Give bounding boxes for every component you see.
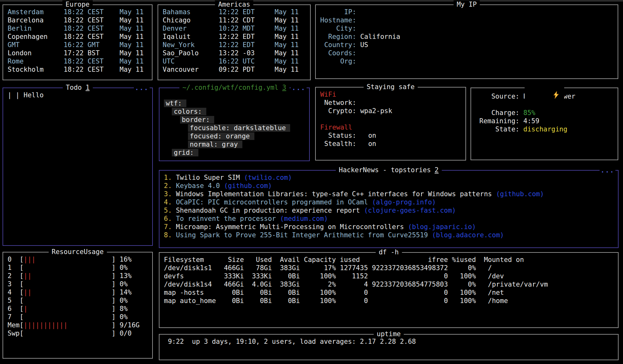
story-title: Keybase 4.0 [176,182,224,190]
ip-field-label: Hostname: [320,16,360,24]
battery-field-value: discharging [523,125,567,133]
story-domain-link: (algo-prog.info) [372,198,436,206]
panel-title-config-path: ~/.config/wtf/config.yml3 [179,83,289,92]
clock-row: Berlin 18:22 CEST May 11 [8,25,144,32]
todo-item: | | Hello [8,91,44,99]
panel-title-df: df -h [376,248,402,256]
my-ip-fields: IP: Hostname: City: Region: California C… [316,5,618,65]
meter-label: 0 [ [8,256,24,263]
meter-label: 5 [ [8,297,24,304]
meter-bars: ||| [24,256,36,263]
more-indicator: ... [134,84,150,91]
security-line: WiFi [320,91,336,98]
yaml-line: focused: orange [188,132,254,140]
clock-row: Chicago 11:22 CDT May 11 [163,16,299,24]
ip-field-label: Country: [320,41,360,49]
meter-label: 6 [ [8,305,24,312]
panel-title-uptime: uptime [374,330,404,338]
story-title: Shenandoah GC in production: experience … [176,207,364,214]
meter-bars: | [24,305,28,312]
panel-config-file-viewer[interactable]: ~/.config/wtf/config.yml3 ... wtf: color… [159,88,310,161]
yaml-line: colors: [172,108,206,115]
panel-resource-usage: ResourceUsage 0 [||| ] 16% 1 [ ] 0% 2 [|… [3,252,153,359]
story-rank: 4. [164,198,176,206]
meter-value: ] 0% [24,264,128,271]
clock-row: GMT 16:22 GMT May 11 [8,41,144,49]
battery-field-value: 85% [523,109,535,117]
panel-title-my-ip: My IP [453,0,480,9]
panel-disk-usage: df -h Filesystem Size Used Avail Capacit… [159,252,619,328]
disk-usage-table: Filesystem Size Used Avail Capacity iuse… [159,253,618,305]
more-indicator: ... [600,167,615,174]
story-title: To reinvent the processor [176,215,280,222]
story-title: Windows Implementation Libraries: type-s… [176,190,496,198]
security-line: Crypto: wpa2-psk [320,107,392,115]
df-row: map auto_home 0Bi 0Bi 0Bi 100% 0 0 100% … [164,297,508,305]
panel-title-staying-safe: Staying safe [364,83,418,91]
meter-value: ] 0/0 [24,330,132,337]
window-top-strip [0,0,623,2]
meter-value: ] 0% [24,297,128,304]
meter-value: ] 0% [24,313,128,321]
meter-value: ] 14% [32,288,132,296]
panel-title-hackernews: HackerNews - topstories2 [336,166,442,174]
clock-row: Rome 18:22 CEST May 11 [8,58,144,65]
df-row: devfs 333Ki 333Ki 0Bi 100% 1152 0 100% /… [164,272,504,280]
meter-value: ] 0% [24,280,128,288]
meter-value: ] 9/16G [68,321,140,329]
story-domain-link: (github.com) [496,190,544,198]
cpu-memory-meters: 0 [||| ] 16% 1 [ ] 0% 2 [|| ] 13% 3 [ ] … [3,252,152,337]
battery-field-value: 4:59 [523,117,539,125]
clock-row: Copenhagen 18:22 CEST May 11 [8,33,144,40]
clock-row: Amsterdam 18:22 CEST May 11 [8,8,144,16]
europe-clock-list: Amsterdam 18:22 CEST May 11 Barcelona 18… [3,5,152,74]
clock-row: London 17:22 BST May 11 [8,49,144,57]
lightning-bolt-icon [525,82,564,109]
panel-clocks-americas: Americas Bahamas 12:22 EDT May 11 Chicag… [158,4,311,80]
clock-row: Stockholm 18:22 CEST May 11 [8,66,144,73]
story-domain-link: (medium.com) [280,215,328,222]
todo-page-number: 1 [85,84,90,91]
meter-bars: || [24,272,32,280]
story-rank: 8. [164,231,176,239]
story-title: Using Spark to Prove 255-Bit Integer Ari… [176,231,432,239]
panel-my-ip: My IP IP: Hostname: City: Region: Califo… [315,4,618,79]
panel-title-todo: Todo1 [63,83,93,92]
hackernews-page-number: 2 [435,166,439,174]
battery-field-label: Remaining: [479,117,523,125]
panel-hackernews[interactable]: HackerNews - topstories2 ... 1. Twilio S… [159,170,619,248]
clock-row: Bahamas 12:22 EDT May 11 [163,8,299,16]
story-rank: 1. [164,174,176,181]
story-title: Twilio Super SIM [176,174,244,181]
ip-field-label: IP: [320,8,360,16]
yaml-line: normal: gray [188,141,242,148]
clock-row: New_York 12:22 EDT May 11 [163,41,299,49]
panel-clocks-europe: Europe Amsterdam 18:22 CEST May 11 Barce… [3,4,153,80]
panel-todo[interactable]: Todo1 ... | | Hello [3,88,153,246]
panel-uptime: uptime 9:22 up 3 days, 19:10, 2 users, l… [159,334,619,360]
df-row: map -hosts 0Bi 0Bi 0Bi 100% 0 0 100% /ne… [164,289,504,296]
meter-label: 4 [ [8,288,24,296]
meter-bars: || [24,288,32,296]
americas-clock-list: Bahamas 12:22 EDT May 11 Chicago 11:22 C… [158,5,310,74]
panel-title-americas: Americas [215,0,253,9]
clock-row: Iqaluit 12:22 EDT May 11 [163,33,299,40]
battery-field-label: State: [479,125,523,133]
yaml-line: grid: [172,149,198,156]
battery-field-label: Charge: [479,109,523,117]
security-line: Network: [320,99,356,106]
security-status-text: WiFi Network: Crypto: wpa2-psk Firewall … [316,88,465,148]
story-title: OCaPIC: PIC microcontrollers programmed … [176,198,372,206]
ip-field-label: Org: [320,58,360,65]
meter-label: Swp[ [8,330,24,337]
battery-field-label: Source: [479,93,523,100]
df-header-row: Filesystem Size Used Avail Capacity iuse… [164,256,524,264]
ip-field-label: Region: [320,33,360,40]
meter-value: ] 8% [28,305,128,312]
more-indicator: ... [291,84,307,91]
clock-row: Denver 10:22 MDT May 11 [163,25,299,32]
ip-field-value: US [360,41,368,49]
ip-field-label: City: [320,25,360,32]
clock-row: UTC 16:22 UTC May 11 [163,58,299,65]
yaml-line: wtf: [164,100,186,107]
